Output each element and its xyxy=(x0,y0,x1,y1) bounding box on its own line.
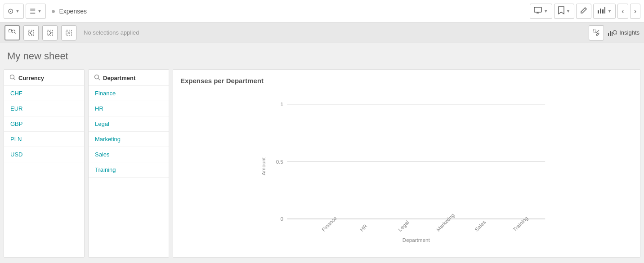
toolbar-right: ▼ ▼ xyxy=(530,4,640,19)
main-content: Currency CHF EUR GBP PLN USD Department … xyxy=(0,66,644,261)
svg-rect-3 xyxy=(598,10,599,13)
svg-text:Training: Training xyxy=(511,215,529,232)
app-icon: ⊙ xyxy=(8,7,13,15)
svg-rect-4 xyxy=(600,9,601,13)
list-icon: ☰ xyxy=(30,7,36,15)
svg-rect-15 xyxy=(593,30,596,32)
list-item[interactable]: Sales xyxy=(89,147,169,162)
svg-text:Sales: Sales xyxy=(473,219,487,232)
app-title-icon: ● xyxy=(51,7,56,15)
svg-line-20 xyxy=(616,33,617,34)
currency-filter-panel: Currency CHF EUR GBP PLN USD xyxy=(4,69,85,258)
list-item[interactable]: USD xyxy=(4,147,84,162)
chart-type-button[interactable]: ▼ xyxy=(593,4,616,19)
forward-icon: › xyxy=(634,7,636,15)
app-menu-chevron-icon: ▼ xyxy=(15,9,20,13)
chart-title: Expenses per Department xyxy=(180,77,633,85)
svg-rect-17 xyxy=(610,31,611,36)
selection-bar-right: Insights xyxy=(589,25,640,40)
svg-text:HR: HR xyxy=(358,223,368,232)
list-item[interactable]: Legal xyxy=(89,116,169,132)
clear-selections-button[interactable] xyxy=(61,25,76,40)
svg-point-21 xyxy=(10,75,14,79)
app-menu-button[interactable]: ⊙ ▼ xyxy=(4,4,24,19)
back-button[interactable]: ‹ xyxy=(617,4,628,19)
sheet-title-area: My new sheet xyxy=(0,43,644,66)
app-title-area: ● Expenses xyxy=(51,7,87,15)
sheet-title: My new sheet xyxy=(7,50,637,62)
list-item[interactable]: EUR xyxy=(4,101,84,116)
svg-text:Finance: Finance xyxy=(320,215,338,232)
bookmark-button[interactable]: ▼ xyxy=(554,4,575,19)
display-button[interactable]: ▼ xyxy=(530,4,552,19)
list-item[interactable]: Finance xyxy=(89,86,169,101)
selection-bar: No selections applied Insights xyxy=(0,22,644,43)
bookmark-chevron-icon: ▼ xyxy=(566,9,571,13)
chart-container: Amount 1 0.5 0 Finance HR Legal Marketin… xyxy=(180,90,633,243)
app-title-text: Expenses xyxy=(59,8,86,15)
main-toolbar: ⊙ ▼ ☰ ▼ ● Expenses ▼ xyxy=(0,0,644,22)
department-filter-header: Department xyxy=(89,70,169,86)
forward-button[interactable]: › xyxy=(630,4,640,19)
currency-filter-items: CHF EUR GBP PLN USD xyxy=(4,86,84,257)
svg-line-24 xyxy=(98,79,100,80)
svg-text:Department: Department xyxy=(402,237,430,243)
svg-text:Marketing: Marketing xyxy=(435,212,455,232)
chart-svg: Amount 1 0.5 0 Finance HR Legal Marketin… xyxy=(180,90,633,243)
svg-rect-5 xyxy=(602,9,604,13)
svg-rect-7 xyxy=(9,29,12,32)
svg-rect-6 xyxy=(604,7,605,13)
svg-rect-16 xyxy=(608,33,609,36)
edit-button[interactable] xyxy=(576,4,591,19)
department-search-icon xyxy=(94,74,100,82)
svg-text:0: 0 xyxy=(280,216,283,222)
svg-point-8 xyxy=(12,30,15,33)
chart-chevron-icon: ▼ xyxy=(607,9,612,13)
selection-bar-left: No selections applied xyxy=(4,25,139,40)
list-item[interactable]: HR xyxy=(89,101,169,116)
display-chevron-icon: ▼ xyxy=(544,9,548,13)
department-filter-items: Finance HR Legal Marketing Sales Trainin… xyxy=(89,86,169,257)
svg-line-22 xyxy=(14,79,16,80)
svg-point-23 xyxy=(95,75,99,79)
chart-icon xyxy=(597,7,605,15)
department-filter-title: Department xyxy=(103,75,135,81)
list-item[interactable]: PLN xyxy=(4,132,84,147)
back-selections-button[interactable] xyxy=(23,25,39,40)
svg-text:1: 1 xyxy=(280,101,283,107)
currency-filter-header: Currency xyxy=(4,70,84,86)
display-icon xyxy=(534,7,542,15)
list-item[interactable]: GBP xyxy=(4,116,84,132)
svg-text:0.5: 0.5 xyxy=(276,159,283,165)
no-selections-text: No selections applied xyxy=(84,29,139,36)
insights-label: Insights xyxy=(619,29,640,36)
pencil-icon xyxy=(580,7,587,15)
currency-filter-title: Currency xyxy=(18,75,44,81)
back-icon: ‹ xyxy=(622,7,624,15)
selection-mode-button[interactable] xyxy=(589,25,604,40)
list-menu-chevron-icon: ▼ xyxy=(37,9,42,13)
svg-text:Legal: Legal xyxy=(397,219,410,232)
svg-rect-0 xyxy=(534,7,541,12)
insights-button[interactable]: Insights xyxy=(608,29,640,36)
bookmark-icon xyxy=(558,6,564,16)
list-item[interactable]: Training xyxy=(89,162,169,178)
toolbar-left: ⊙ ▼ ☰ ▼ ● Expenses xyxy=(4,4,87,19)
currency-search-icon xyxy=(9,74,16,82)
department-filter-panel: Department Finance HR Legal Marketing Sa… xyxy=(88,69,169,258)
list-menu-button[interactable]: ☰ ▼ xyxy=(26,4,46,19)
smart-search-button[interactable] xyxy=(4,25,20,40)
list-item[interactable]: Marketing xyxy=(89,132,169,147)
chart-panel: Expenses per Department Amount 1 0.5 0 F… xyxy=(173,69,640,258)
svg-rect-18 xyxy=(612,32,613,36)
list-item[interactable]: CHF xyxy=(4,86,84,101)
svg-line-9 xyxy=(15,32,16,33)
forward-selections-button[interactable] xyxy=(42,25,58,40)
y-axis-label: Amount xyxy=(260,157,266,175)
